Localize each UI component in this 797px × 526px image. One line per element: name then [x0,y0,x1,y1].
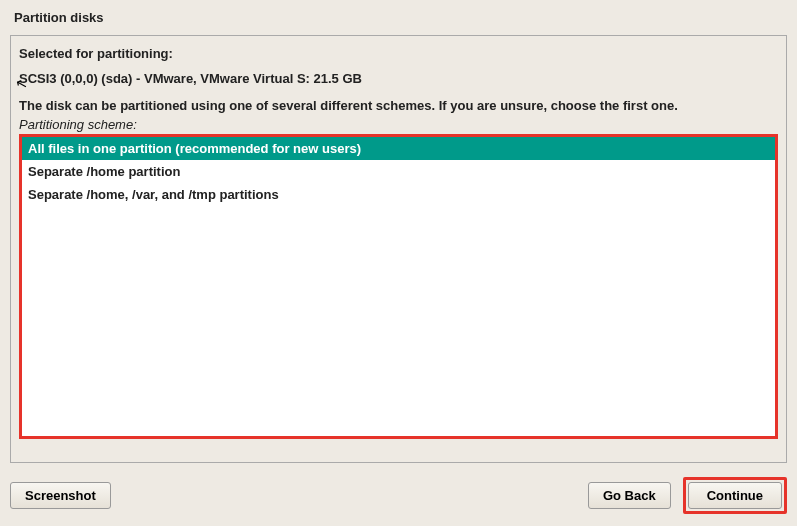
partitioning-scheme-label: Partitioning scheme: [19,117,778,132]
scheme-option-all-in-one[interactable]: All files in one partition (recommended … [22,137,775,160]
instruction-text: The disk can be partitioned using one of… [19,98,778,113]
disk-info: SCSI3 (0,0,0) (sda) - VMware, VMware Vir… [19,71,778,86]
scheme-option-separate-home-var-tmp[interactable]: Separate /home, /var, and /tmp partition… [22,183,775,206]
screenshot-button[interactable]: Screenshot [10,482,111,509]
continue-highlight: Continue [683,477,787,514]
page-title: Partition disks [10,10,787,25]
partitioning-scheme-list[interactable]: All files in one partition (recommended … [19,134,778,439]
selected-for-partitioning-label: Selected for partitioning: [19,46,778,61]
scheme-option-separate-home[interactable]: Separate /home partition [22,160,775,183]
footer: Screenshot Go Back Continue [10,477,787,514]
go-back-button[interactable]: Go Back [588,482,671,509]
continue-button[interactable]: Continue [688,482,782,509]
main-panel: Selected for partitioning: SCSI3 (0,0,0)… [10,35,787,463]
right-buttons-group: Go Back Continue [588,477,787,514]
